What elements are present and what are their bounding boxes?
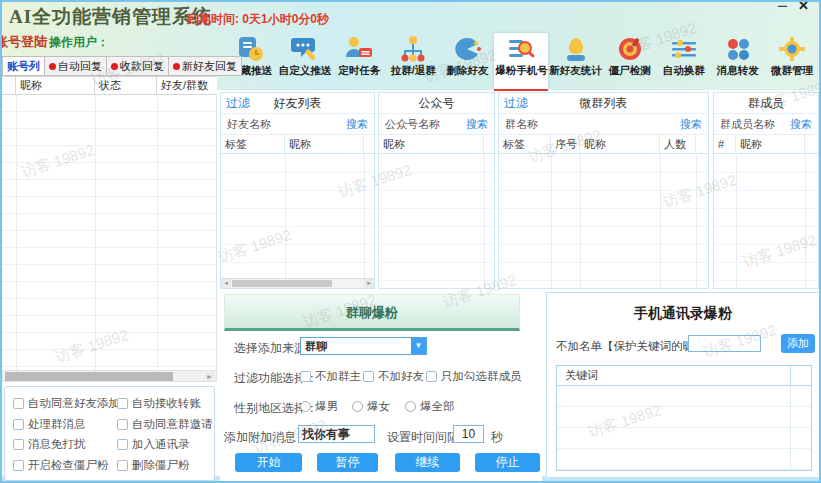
pause-button[interactable]: 暂停 (317, 453, 378, 472)
column-tag: 标签 (221, 135, 285, 153)
message-forward-icon (723, 35, 753, 63)
toolbar-item-label: 自定义推送 (279, 64, 332, 78)
official-search-link[interactable]: 搜索 (466, 114, 488, 134)
option-mute-messages[interactable]: 消息免打扰 (13, 437, 117, 452)
official-table-header: 昵称 (379, 135, 494, 154)
timed-task-icon (344, 35, 374, 63)
tab-new-friend-reply[interactable]: 新好友回复 (168, 56, 242, 76)
radio-blast-male[interactable]: 爆男 (300, 399, 338, 414)
scrollbar-right-arrow-icon[interactable]: ► (204, 372, 215, 381)
checkbox-icon[interactable] (13, 439, 24, 450)
column-nickname: 昵称 (379, 135, 484, 153)
group-table-header: 标签 序号 昵称 人数 (499, 135, 708, 154)
option-label: 开启检查僵尸粉 (28, 458, 109, 473)
option-auto-accept-friend[interactable]: 自动同意好友添加 (13, 396, 117, 411)
extra-message-input[interactable] (298, 425, 375, 443)
checkbox-icon[interactable] (13, 460, 24, 471)
scrollbar-left-arrow-icon[interactable]: ◄ (221, 279, 231, 288)
add-keyword-button[interactable]: 添加 (781, 334, 815, 353)
toolbar-item-group-manage[interactable]: 微群管理 (765, 33, 819, 89)
official-search-row: 公众号名称 搜索 (379, 114, 494, 135)
official-title-row: 公众号 (379, 93, 494, 114)
group-list-title: 微群列表 (580, 96, 628, 110)
source-select[interactable]: 群聊 ▼ (300, 337, 427, 355)
start-button[interactable]: 开始 (235, 453, 302, 472)
checkbox-icon[interactable] (13, 419, 24, 430)
checkbox-icon[interactable] (117, 460, 128, 471)
toolbar-item-message-forward[interactable]: 消息转发 (711, 33, 765, 89)
scrollbar-thumb[interactable] (232, 280, 332, 287)
group-table-body (499, 155, 708, 288)
tab-payment-reply[interactable]: 收款回复 (106, 56, 168, 76)
member-search-link[interactable]: 搜索 (790, 114, 812, 134)
chevron-down-icon[interactable]: ▼ (411, 338, 426, 354)
tab-label: 新好友回复 (182, 57, 237, 76)
checkbox-icon[interactable] (300, 371, 311, 382)
radio-icon[interactable] (352, 401, 363, 412)
option-skip-friends[interactable]: 不加好友 (363, 369, 424, 384)
toolbar-item-label: 删除好友 (446, 64, 488, 78)
scrollbar-right-arrow-icon[interactable]: ► (364, 279, 374, 288)
stop-button[interactable]: 停止 (475, 453, 540, 472)
option-label: 不加好友 (378, 369, 424, 384)
radio-blast-all[interactable]: 爆全部 (405, 399, 455, 414)
option-auto-receive-transfer[interactable]: 自动接收转账 (117, 396, 214, 411)
toolbar-item-group-pull[interactable]: 拉群/退群 (386, 33, 440, 89)
friend-search-label: 好友名称 (227, 114, 271, 134)
account-table-header: 昵称 状态 好友/群数 (2, 76, 217, 95)
checkbox-icon[interactable] (426, 371, 437, 382)
radio-label: 爆男 (315, 399, 338, 414)
whitelist-input[interactable] (688, 335, 761, 352)
column-friend-group-count: 好友/群数 (157, 77, 217, 94)
friend-filter-link[interactable]: 过滤 (226, 93, 250, 114)
toolbar-item-zombie-check[interactable]: 僵尸检测 (603, 33, 657, 89)
checkbox-icon[interactable] (363, 371, 374, 382)
option-label: 删除僵尸粉 (132, 458, 190, 473)
friend-list-panel: 过滤 好友列表 好友名称 搜索 标签 昵称 ◄ ► (220, 92, 375, 289)
option-delete-zombie-fans[interactable]: 删除僵尸粉 (117, 458, 214, 473)
group-blast-panel: 群聊爆粉 选择添加来源： 群聊 ▼ 过滤功能选择： 不加群主 不加好友 只加勾选… (220, 290, 542, 481)
minimize-button[interactable]: ─ (778, 0, 787, 13)
member-title-row: 群成员 (714, 93, 818, 114)
option-check-zombie-fans[interactable]: 开启检查僵尸粉 (13, 458, 117, 473)
radio-blast-female[interactable]: 爆女 (352, 399, 390, 414)
toolbar-item-custom-push[interactable]: 自定义推送 (278, 33, 332, 89)
red-dot-icon (49, 63, 56, 70)
official-table-body (379, 155, 494, 288)
account-table-hscrollbar[interactable]: ► (2, 370, 217, 382)
option-handle-group-msg[interactable]: 处理群消息 (13, 417, 117, 432)
toolbar-item-delete-friend[interactable]: 删除好友 (440, 33, 494, 89)
close-button[interactable]: ✕ (798, 0, 809, 13)
checkbox-icon[interactable] (117, 439, 128, 450)
column-spacer (484, 135, 494, 153)
option-skip-group-owner[interactable]: 不加群主 (300, 369, 361, 384)
checkbox-icon[interactable] (117, 419, 128, 430)
friend-search-link[interactable]: 搜索 (346, 114, 368, 134)
contact-blast-panel: 手机通讯录爆粉 不加名单【保护关键词的昵称】 添加 关键词 (546, 292, 820, 478)
friend-table-hscrollbar[interactable]: ◄ ► (221, 278, 374, 288)
radio-icon[interactable] (405, 401, 416, 412)
checkbox-icon[interactable] (13, 398, 24, 409)
tab-group-blast[interactable]: 群聊爆粉 (224, 294, 520, 331)
group-search-link[interactable]: 搜索 (680, 114, 702, 134)
new-friend-stats-icon (561, 35, 591, 63)
continue-button[interactable]: 继续 (395, 453, 460, 472)
tab-auto-reply[interactable]: 自动回复 (44, 56, 106, 76)
tab-account-list[interactable]: 账号列 (2, 56, 44, 76)
toolbar-item-auto-switch-group[interactable]: 自动换群 (657, 33, 711, 89)
scrollbar-thumb[interactable] (5, 372, 173, 381)
option-join-contacts[interactable]: 加入通讯录 (117, 437, 214, 452)
toolbar-item-new-friend-stats[interactable]: 新好友统计 (549, 33, 603, 89)
group-filter-link[interactable]: 过滤 (504, 93, 528, 114)
option-auto-accept-group-invite[interactable]: 自动同意群邀请 (117, 417, 214, 432)
toolbar-item-phone-blast[interactable]: 爆粉手机号 (494, 33, 548, 89)
option-only-checked-members[interactable]: 只加勾选群成员 (426, 369, 522, 384)
interval-input[interactable] (453, 425, 484, 443)
column-nickname: 昵称 (285, 135, 364, 153)
option-label: 自动接收转账 (132, 396, 201, 411)
radio-icon[interactable] (300, 401, 311, 412)
column-index: # (714, 135, 736, 153)
checkbox-icon[interactable] (117, 398, 128, 409)
toolbar-item-timed-task[interactable]: 定时任务 (332, 33, 386, 89)
app-window: AI全功能营销管理系统 到期时间: 0天1小时0分0秒 ─ ✕ 账号登陆 操作用… (0, 0, 821, 483)
